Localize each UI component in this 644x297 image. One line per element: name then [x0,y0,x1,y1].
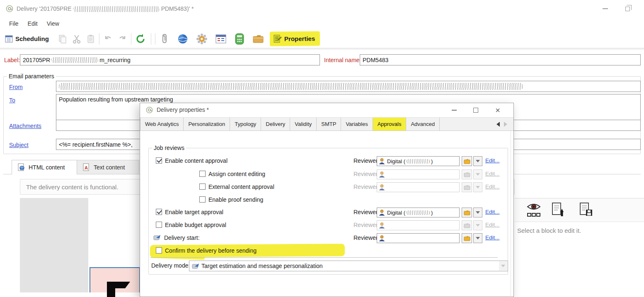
chevron-down-icon [476,211,480,214]
title-bar: Delivery '201705PREPDM5483)' * [0,0,644,18]
confirm-delivery-checkbox[interactable] [156,247,162,254]
to-link[interactable]: To [9,97,15,104]
reviewer-field-disabled [377,182,460,192]
tab-delivery[interactable]: Delivery [261,118,290,130]
reviewer-dropdown-button[interactable] [473,208,482,217]
scheduling-button[interactable]: Scheduling [5,35,49,43]
menu-edit[interactable]: Edit [28,20,38,27]
select-folder-button[interactable] [462,156,472,166]
email-content-block[interactable] [90,267,140,292]
external-content-approval-checkbox[interactable] [199,184,206,190]
operator-icon [379,235,385,241]
enable-content-approval-checkbox[interactable] [156,157,162,164]
tab-scroll-right-icon[interactable] [504,122,507,127]
internal-name-input[interactable]: PDM5483 [360,54,641,65]
dialog-close-button[interactable]: × [490,104,506,116]
tab-html-content[interactable]: HTML content [12,160,77,174]
assign-content-editing-label: Assign content editing [208,171,265,177]
tab-variables[interactable]: Variables [341,118,373,130]
cut-icon[interactable] [72,34,81,44]
window-minimize-button[interactable] [597,3,613,14]
planning-calendar-icon[interactable] [215,34,227,44]
reviewer-caption: Reviewer: [353,222,379,228]
tab-advanced[interactable]: Advanced [406,118,440,130]
folder-icon[interactable] [252,34,264,44]
reviewer-field-disabled [377,220,460,230]
reviewer-dropdown-button[interactable] [473,156,482,166]
from-link[interactable]: From [9,84,23,90]
reports-calculator-icon[interactable] [234,33,245,45]
menu-bar: File Edit View [0,18,644,29]
reviewer-field[interactable]: Digital () [377,156,460,166]
content-status-text: The delivery content is functional. [26,184,119,191]
edit-reviewer-link[interactable]: Edit... [485,234,500,241]
service-gear-icon[interactable] [196,33,208,45]
from-input[interactable] [56,81,641,92]
operator-icon [379,184,385,191]
enable-target-approval-checkbox[interactable] [156,209,162,215]
tab-text-content-label: Text content [94,164,125,171]
reviewer-dropdown-button-disabled [473,220,482,230]
dialog-maximize-button[interactable] [468,104,484,116]
tab-web-analytics[interactable]: Web Analytics [140,118,184,130]
external-content-approval-label: External content approval [208,184,274,190]
tab-smtp[interactable]: SMTP [317,118,341,130]
enable-budget-approval-checkbox[interactable] [156,222,162,228]
reviewer-field-disabled [377,169,460,179]
document-save-icon[interactable] [579,202,593,219]
redacted-reviewer-value [406,210,430,215]
edit-reviewer-link[interactable]: Edit... [485,209,500,215]
reviewer-caption: Reviewer: [353,209,379,215]
label-input[interactable]: 201705PRm_recurring [20,54,320,65]
tab-approvals[interactable]: Approvals [373,118,407,130]
assign-content-editing-checkbox[interactable] [199,171,206,177]
reviewer-field[interactable]: Digital () [377,208,460,217]
delivery-mode-select[interactable]: Target estimation and message personaliz… [189,261,508,271]
enable-content-approval-label: Enable content approval [165,157,228,164]
editor-gutter [20,198,88,292]
reviewer-field[interactable] [377,233,460,243]
enable-proof-sending-label: Enable proof sending [208,196,263,203]
tab-validity[interactable]: Validity [290,118,317,130]
select-folder-button[interactable] [462,208,472,217]
select-folder-button[interactable] [462,233,472,243]
tab-text-content[interactable]: A Text content [77,160,139,174]
enable-proof-sending-checkbox[interactable] [199,196,206,203]
reviewer-dropdown-button[interactable] [473,233,482,243]
tab-html-content-label: HTML content [29,164,65,171]
preview-eye-icon[interactable] [526,202,541,218]
document-upload-icon[interactable] [551,202,564,219]
label-caption: Label: [4,57,20,63]
undo-icon[interactable] [103,34,113,43]
copy-icon[interactable] [58,34,67,44]
attachments-link[interactable]: Attachments [9,123,41,129]
paste-icon[interactable] [86,34,95,44]
redo-icon[interactable] [117,34,127,43]
dialog-app-icon [146,106,153,113]
tab-scroll-left-icon[interactable] [496,122,500,127]
dialog-scroll-edge [511,131,511,297]
tab-typology[interactable]: Typology [230,118,261,130]
subject-link[interactable]: Subject [9,142,29,148]
attachment-icon[interactable] [160,34,169,44]
redacted-reviewer-value [406,159,430,164]
delivery-properties-dialog: Delivery properties * × Web Analytics Pe… [140,103,514,297]
redacted-from-value [59,83,523,90]
window-restore-button[interactable] [619,3,636,14]
window-title: Delivery '201705PREPDM5483)' * [17,5,194,12]
select-folder-button-disabled [462,182,472,192]
operator-icon [379,222,385,229]
dialog-tab-strip: Web Analytics Personalization Typology D… [140,117,513,131]
delivery-mode-dropdown-disabled [499,261,507,270]
app-window: Delivery '201705PREPDM5483)' * File Edit… [0,0,644,297]
operator-icon [379,171,385,178]
edit-reviewer-link[interactable]: Edit... [485,157,500,164]
deliveries-globe-icon[interactable] [177,33,189,45]
tab-personalization[interactable]: Personalization [184,118,230,130]
dialog-minimize-button[interactable] [446,104,462,116]
properties-button[interactable]: Properties [270,31,320,46]
internal-name-caption: Internal name: [324,57,361,63]
menu-view[interactable]: View [47,20,59,27]
refresh-icon[interactable] [135,34,146,44]
menu-file[interactable]: File [9,20,19,27]
